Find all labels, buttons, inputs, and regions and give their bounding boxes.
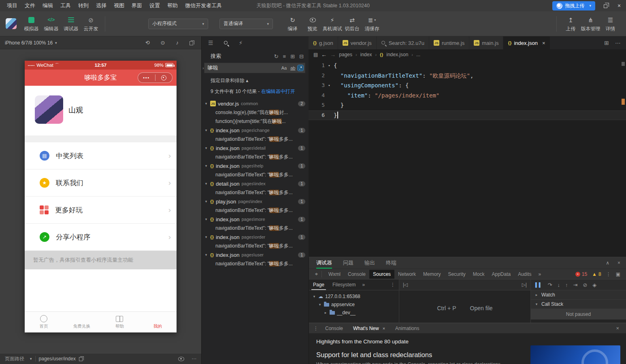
phone-menu-item[interactable]: ▤中奖列表› <box>25 142 177 169</box>
error-counter[interactable]: ×15 <box>575 271 587 277</box>
search-match-line[interactable]: navigationBarTitleText": "哆啦多多... <box>202 152 309 161</box>
split-editor-icon[interactable]: ⊞ <box>604 40 609 46</box>
cloud-dev-button[interactable]: ⊘云开发 <box>81 15 101 32</box>
search-result-file[interactable]: ▾{}play.jsonpages\index1 <box>202 197 309 206</box>
editor-tab[interactable]: {}g.json <box>309 36 338 49</box>
close-drawer-icon[interactable]: × <box>616 325 622 331</box>
debugger-tab[interactable]: 问题 <box>343 257 353 269</box>
search-result-file[interactable]: ▾{}index.jsonpages\order1 <box>202 233 309 241</box>
editor-scrollbar[interactable] <box>620 60 626 257</box>
breadcrumb-item[interactable]: ... <box>416 52 420 57</box>
rotate-device-icon[interactable]: ⟲ <box>145 40 150 46</box>
devtools-tab[interactable]: Mock <box>469 270 488 279</box>
tabbar-item-home[interactable]: 首页 <box>25 312 63 332</box>
watch-section-header[interactable]: ▸ Watch <box>531 290 626 300</box>
tree-item[interactable]: ▾☁127.0.0.1:65368 <box>309 292 399 301</box>
debugger-tab[interactable]: 调试器 <box>316 257 332 269</box>
search-match-line[interactable]: navigationBarTitleText": "哆啦多多... <box>202 188 309 197</box>
editor-tab[interactable]: {}index.json× <box>503 36 550 49</box>
drawer-tab[interactable]: Console <box>321 324 347 332</box>
debugger-tab[interactable]: 输出 <box>364 257 375 269</box>
search-result-file[interactable]: ▾{}index.jsonpages\user1 <box>202 250 309 259</box>
restore-window-button[interactable] <box>602 3 609 8</box>
call-stack-section-header[interactable]: ▾ Call Stack <box>531 300 626 309</box>
menubar-item[interactable]: 选择 <box>92 0 110 11</box>
devtools-tab[interactable]: Network <box>394 270 419 279</box>
user-avatar[interactable] <box>6 18 17 29</box>
menubar-item[interactable]: 工具 <box>57 0 75 11</box>
menubar-item[interactable]: 界面 <box>128 0 146 11</box>
search-match-line[interactable]: function(){return{title:"我在哆啦... <box>202 117 309 126</box>
compile-button[interactable]: ↻编译 <box>283 15 302 32</box>
whats-new-thumbnail[interactable] <box>530 345 620 364</box>
sidebar-menu-icon[interactable]: ⋮ <box>390 282 399 288</box>
devtools-tab[interactable]: Wxml <box>325 270 344 279</box>
search-result-file[interactable]: ▾{}index.jsonpages\more1 <box>202 215 309 224</box>
drag-upload-button[interactable]: 拖拽上传 ▾ <box>552 1 595 11</box>
search-match-line[interactable]: navigationBarTitleText": "哆啦多多... <box>202 259 309 268</box>
exit-target-icon[interactable] <box>161 75 166 80</box>
capsule-menu[interactable]: ••• <box>138 72 172 83</box>
eye-icon[interactable] <box>178 356 184 362</box>
preview-button[interactable]: 预览 <box>302 15 322 32</box>
step-out-icon[interactable]: ↑ <box>565 282 568 288</box>
search-match-line[interactable]: console.log(e),{title:"我在哆啦封... <box>202 108 309 117</box>
regex-toggle[interactable]: .* <box>298 65 303 71</box>
more-tabs-icon[interactable]: » <box>360 282 367 288</box>
screen-record-icon[interactable]: ⊙ <box>161 40 165 46</box>
quick-tools-icon[interactable]: ⚡ <box>239 40 243 46</box>
code-line[interactable]: 2 "navigationBarTitleText": "欧皇源码论坛", <box>309 71 626 81</box>
code-line[interactable]: 5 } <box>309 100 626 110</box>
match-case-toggle[interactable]: Aa <box>280 65 288 71</box>
forward-icon[interactable]: → <box>330 51 336 58</box>
device-select[interactable]: iPhone 6/7/8 100% 16 ▾ <box>5 40 57 46</box>
editor-tab[interactable]: JSvendor.js <box>338 36 377 49</box>
mute-icon[interactable]: ♪ <box>176 40 179 46</box>
breadcrumb-item[interactable]: index.json <box>386 52 408 57</box>
menubar-item[interactable]: 视图 <box>110 0 128 11</box>
search-result-file[interactable]: ▾{}detail.jsonpages\index1 <box>202 179 309 188</box>
menubar-item[interactable]: 文件 <box>21 0 39 11</box>
drawer-tab[interactable]: What's New× <box>349 324 389 332</box>
refresh-icon[interactable]: ↻ <box>274 53 279 59</box>
phone-menu-item[interactable]: 更多好玩› <box>25 197 177 224</box>
page-path-label[interactable]: 页面路径 <box>5 356 24 362</box>
devtools-tab[interactable]: AppData <box>488 270 514 279</box>
clear-cache-button[interactable]: ≣▾清缓存 <box>362 15 382 32</box>
editor-tab[interactable]: JSruntime.js <box>429 36 469 49</box>
version-button[interactable]: ⋔版本管理 <box>581 15 600 32</box>
pause-on-exceptions-icon[interactable]: ◈ <box>592 282 596 288</box>
step-over-icon[interactable]: ↷ <box>548 282 552 288</box>
search-match-line[interactable]: navigationBarTitleText": "哆啦多多... <box>202 224 309 233</box>
mode-select[interactable]: 小程序模式 ▾ <box>148 19 208 29</box>
menubar-item[interactable]: 帮助 <box>164 0 181 11</box>
search-match-line[interactable]: navigationBarTitleText": "哆啦多多... <box>202 241 309 250</box>
drawer-menu-icon[interactable]: ⋮ <box>313 326 319 331</box>
breadcrumb-item[interactable]: pages <box>339 52 352 57</box>
devtools-tab[interactable]: Sources <box>369 270 394 279</box>
more-options-icon[interactable]: ⋯ <box>192 356 196 362</box>
outline-icon[interactable]: ▤ <box>313 52 318 57</box>
file-list-icon[interactable]: ☰ <box>208 40 213 46</box>
search-match-line[interactable]: navigationBarTitleText": "哆啦多多... <box>202 170 309 179</box>
devtools-tab[interactable]: Security <box>444 270 469 279</box>
compile-mode-select[interactable]: 普通编译 ▾ <box>219 19 273 29</box>
dir-filter-toggle[interactable]: 指定目录和排除 ▴ <box>202 76 309 87</box>
search-result-file[interactable]: ▾JSvendor.jscommon2 <box>202 99 309 108</box>
search-result-file[interactable]: ▾{}index.jsonpages\detail1 <box>202 144 309 152</box>
code-editor[interactable]: 1▾{2 "navigationBarTitleText": "欧皇源码论坛",… <box>309 60 626 257</box>
clear-results-icon[interactable]: ≡ <box>283 53 286 59</box>
more-actions-icon[interactable]: ⋯ <box>615 40 621 46</box>
close-panel-icon[interactable]: × <box>617 260 620 266</box>
sources-sidebar-tab[interactable]: Page <box>309 279 328 290</box>
menubar-item[interactable]: 编辑 <box>39 0 57 11</box>
collapse-left-icon[interactable]: |◁ <box>403 282 408 288</box>
step-into-icon[interactable]: ↓ <box>558 282 560 288</box>
more-tabs-icon[interactable]: » <box>536 271 544 277</box>
collapse-right-icon[interactable]: ▷| <box>522 282 527 288</box>
search-match-line[interactable]: navigationBarTitleText": "哆啦多多... <box>202 135 309 144</box>
close-icon[interactable]: × <box>383 326 385 331</box>
code-line[interactable]: 3▾ "usingComponents": { <box>309 80 626 91</box>
tree-item[interactable]: ▸__dev__ <box>309 309 399 317</box>
code-line[interactable]: 1▾{ <box>309 61 626 71</box>
